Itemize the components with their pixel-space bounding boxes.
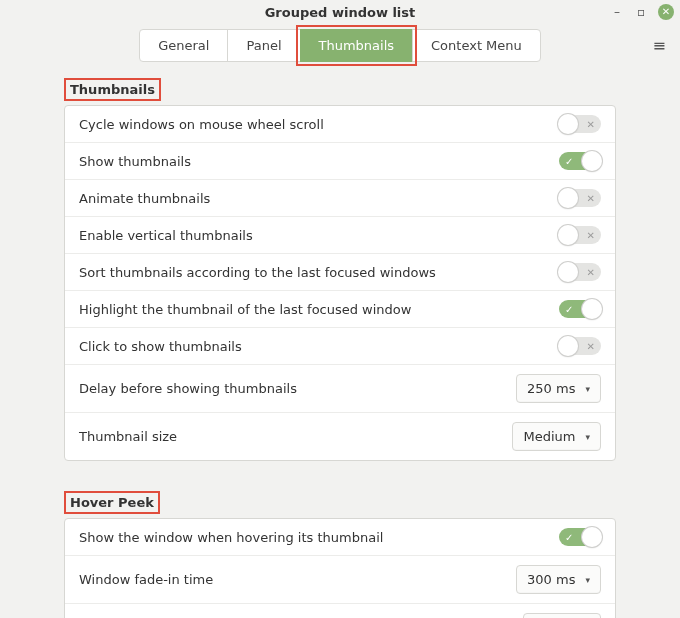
tab-general[interactable]: General xyxy=(139,29,228,62)
dropdown-size-value: Medium xyxy=(523,429,575,444)
row-fade-in: Window fade-in time 300 ms ▾ xyxy=(65,556,615,604)
toggle-animate-thumbnails[interactable]: ✕ xyxy=(559,189,601,207)
tab-thumbnails[interactable]: Thumbnails xyxy=(300,29,414,62)
minimize-button[interactable]: – xyxy=(610,5,624,19)
toggle-sort-thumbnails[interactable]: ✕ xyxy=(559,263,601,281)
chevron-down-icon: ▾ xyxy=(585,575,590,585)
label-delay: Delay before showing thumbnails xyxy=(79,381,297,396)
chevron-down-icon: ▾ xyxy=(585,384,590,394)
row-show-thumbnails: Show thumbnails ✓ xyxy=(65,143,615,180)
thumbnails-panel: Cycle windows on mouse wheel scroll ✕ Sh… xyxy=(64,105,616,461)
row-size: Thumbnail size Medium ▾ xyxy=(65,413,615,460)
toggle-vertical-thumbnails[interactable]: ✕ xyxy=(559,226,601,244)
row-highlight-thumbnail: Highlight the thumbnail of the last focu… xyxy=(65,291,615,328)
tab-context-menu[interactable]: Context Menu xyxy=(412,29,541,62)
label-show-thumbnails: Show thumbnails xyxy=(79,154,191,169)
toggle-click-to-show[interactable]: ✕ xyxy=(559,337,601,355)
label-hover-show: Show the window when hovering its thumbn… xyxy=(79,530,383,545)
section-title-thumbnails: Thumbnails xyxy=(66,80,159,99)
dropdown-delay-value: 250 ms xyxy=(527,381,575,396)
label-vertical-thumbnails: Enable vertical thumbnails xyxy=(79,228,253,243)
maximize-button[interactable]: ▫ xyxy=(634,5,648,19)
toggle-cycle-windows[interactable]: ✕ xyxy=(559,115,601,133)
close-button[interactable]: ✕ xyxy=(658,4,674,20)
row-fade-out: Window fade-out time None ▾ xyxy=(65,604,615,618)
dropdown-fade-in-value: 300 ms xyxy=(527,572,575,587)
label-fade-in: Window fade-in time xyxy=(79,572,213,587)
menu-icon[interactable]: ≡ xyxy=(653,36,666,55)
toggle-show-thumbnails[interactable]: ✓ xyxy=(559,152,601,170)
label-highlight-thumbnail: Highlight the thumbnail of the last focu… xyxy=(79,302,411,317)
label-animate-thumbnails: Animate thumbnails xyxy=(79,191,210,206)
row-cycle-windows: Cycle windows on mouse wheel scroll ✕ xyxy=(65,106,615,143)
row-delay: Delay before showing thumbnails 250 ms ▾ xyxy=(65,365,615,413)
label-click-to-show: Click to show thumbnails xyxy=(79,339,242,354)
row-hover-show: Show the window when hovering its thumbn… xyxy=(65,519,615,556)
chevron-down-icon: ▾ xyxy=(585,432,590,442)
section-title-hover-peek: Hover Peek xyxy=(66,493,158,512)
row-vertical-thumbnails: Enable vertical thumbnails ✕ xyxy=(65,217,615,254)
title-bar: Grouped window list – ▫ ✕ xyxy=(0,0,680,24)
dropdown-fade-in[interactable]: 300 ms ▾ xyxy=(516,565,601,594)
dropdown-size[interactable]: Medium ▾ xyxy=(512,422,601,451)
row-sort-thumbnails: Sort thumbnails according to the last fo… xyxy=(65,254,615,291)
dropdown-fade-out[interactable]: None ▾ xyxy=(523,613,601,618)
tab-panel[interactable]: Panel xyxy=(227,29,300,62)
label-size: Thumbnail size xyxy=(79,429,177,444)
row-click-to-show: Click to show thumbnails ✕ xyxy=(65,328,615,365)
toggle-highlight-thumbnail[interactable]: ✓ xyxy=(559,300,601,318)
label-sort-thumbnails: Sort thumbnails according to the last fo… xyxy=(79,265,436,280)
dropdown-delay[interactable]: 250 ms ▾ xyxy=(516,374,601,403)
tab-strip: General Panel Thumbnails Context Menu ≡ xyxy=(0,24,680,66)
toggle-hover-show[interactable]: ✓ xyxy=(559,528,601,546)
hover-peek-panel: Show the window when hovering its thumbn… xyxy=(64,518,616,618)
window-title: Grouped window list xyxy=(265,5,416,20)
row-animate-thumbnails: Animate thumbnails ✕ xyxy=(65,180,615,217)
label-cycle-windows: Cycle windows on mouse wheel scroll xyxy=(79,117,324,132)
